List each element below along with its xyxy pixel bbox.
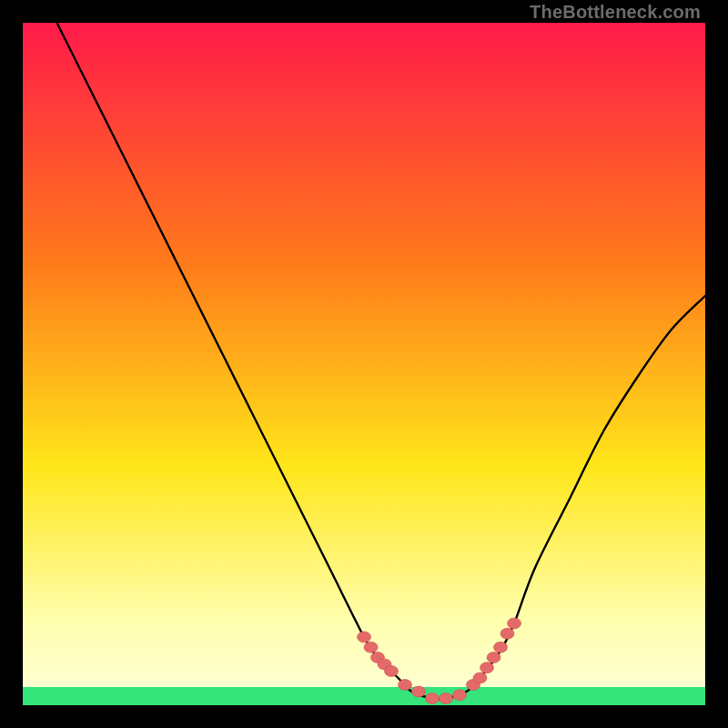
marker-dot bbox=[494, 642, 508, 652]
marker-dot bbox=[358, 632, 371, 642]
marker-dot bbox=[480, 662, 494, 673]
chart-frame bbox=[23, 23, 705, 705]
marker-dot bbox=[426, 693, 440, 704]
gradient-fill bbox=[23, 23, 705, 705]
marker-dot bbox=[453, 690, 467, 701]
green-band bbox=[23, 687, 705, 705]
watermark-text: TheBottleneck.com bbox=[530, 2, 701, 23]
marker-dot bbox=[440, 693, 453, 704]
marker-dot bbox=[508, 618, 521, 629]
marker-dot bbox=[399, 680, 412, 691]
marker-dot bbox=[412, 686, 426, 697]
marker-dot bbox=[473, 672, 487, 683]
marker-dot bbox=[487, 652, 500, 663]
marker-dot bbox=[385, 666, 399, 677]
marker-dot bbox=[500, 628, 514, 639]
bottleneck-chart bbox=[23, 23, 705, 705]
marker-dot bbox=[364, 642, 378, 652]
